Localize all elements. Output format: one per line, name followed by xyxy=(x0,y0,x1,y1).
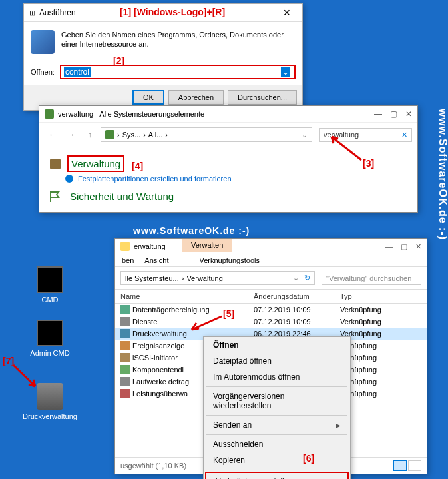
printer-icon xyxy=(37,383,63,410)
security-link[interactable]: Sicherheit und Wartung xyxy=(67,189,176,203)
ctx-copy[interactable]: Kopieren xyxy=(204,452,350,468)
cmd-icon xyxy=(37,320,63,346)
dropdown-icon[interactable]: ⌄ xyxy=(281,67,290,77)
run-description: Geben Sie den Namen eines Programms, Ord… xyxy=(61,30,296,54)
run-input[interactable]: control ⌄ xyxy=(60,65,296,79)
ctx-author-mode[interactable]: Im Autorenmodus öffnen xyxy=(204,369,350,385)
watermark-right: www.SoftwareOK.de :-) xyxy=(437,108,448,239)
ctx-cut[interactable]: Ausschneiden xyxy=(204,436,350,452)
col-date[interactable]: Änderungsdatum xyxy=(254,292,340,300)
ctx-open-path[interactable]: Dateipfad öffnen xyxy=(204,353,350,369)
svg-rect-3 xyxy=(120,305,130,314)
minimize-button[interactable]: — xyxy=(385,242,393,251)
maximize-button[interactable]: ▢ xyxy=(401,242,407,251)
cp-icon xyxy=(45,109,54,119)
cp-bc-icon xyxy=(105,130,114,139)
open-label: Öffnen: xyxy=(31,68,55,76)
cmd-icon xyxy=(37,266,63,293)
svg-rect-4 xyxy=(120,317,130,326)
view-details[interactable] xyxy=(393,460,407,471)
close-button[interactable]: ✕ xyxy=(415,242,421,251)
desktop-cmd[interactable]: CMD xyxy=(23,266,77,304)
svg-rect-8 xyxy=(120,365,130,374)
minimize-button[interactable]: — xyxy=(374,109,382,119)
forward-button[interactable]: → xyxy=(63,127,79,143)
ok-button[interactable]: OK xyxy=(132,90,164,105)
explorer-title: erwaltung xyxy=(134,242,166,250)
breadcrumb[interactable]: ›Sys...›All...› ⌄ xyxy=(101,127,312,142)
svg-rect-5 xyxy=(120,329,130,338)
run-icon-small: ⊞ xyxy=(29,9,35,17)
partition-link[interactable]: Festplattenpartitionen erstellen und for… xyxy=(65,174,408,183)
svg-rect-9 xyxy=(120,377,130,386)
folder-icon xyxy=(120,242,130,251)
svg-rect-1 xyxy=(50,159,61,169)
maximize-button[interactable]: ▢ xyxy=(390,109,397,119)
ctx-create-shortcut[interactable]: Verknüpfung erstellen xyxy=(205,472,349,479)
file-row[interactable]: Datenträgerbereinigung07.12.2019 10:09Ve… xyxy=(115,304,427,316)
run-icon xyxy=(31,30,55,54)
control-panel-window: verwaltung - Alle Systemsteuerungselemen… xyxy=(39,105,418,213)
desktop-druckverwaltung[interactable]: Druckverwaltung xyxy=(17,383,83,420)
search-input[interactable]: "Verwaltung" durchsuchen xyxy=(322,272,421,285)
ctx-previous-versions[interactable]: Vorgängerversionen wiederherstellen xyxy=(204,388,350,414)
cp-title: verwaltung - Alle Systemsteuerungselemen… xyxy=(58,110,204,118)
col-name[interactable]: Name xyxy=(120,292,254,300)
back-button[interactable]: ← xyxy=(45,127,61,143)
svg-rect-10 xyxy=(120,389,130,398)
run-dialog: ⊞ Ausführen ✕ Geben Sie den Namen eines … xyxy=(23,3,303,111)
annotation-7: [7] xyxy=(3,356,14,366)
ctx-open[interactable]: Öffnen xyxy=(204,337,350,353)
menu-link-tools[interactable]: Verknüpfungstools xyxy=(199,256,260,264)
close-button[interactable]: ✕ xyxy=(277,7,297,18)
cancel-button[interactable]: Abbrechen xyxy=(168,90,224,105)
svg-rect-6 xyxy=(120,341,130,350)
view-icons[interactable] xyxy=(408,460,421,471)
file-row[interactable]: Dienste07.12.2019 10:09Verknüpfung xyxy=(115,316,427,328)
breadcrumb[interactable]: lle Systemsteu...›Verwaltung ⌄ ↻ xyxy=(120,271,315,285)
watermark-center: www.SoftwareOK.de :-) xyxy=(133,225,250,236)
context-menu: Öffnen Dateipfad öffnen Im Autorenmodus … xyxy=(203,336,351,479)
svg-point-2 xyxy=(65,175,73,183)
ribbon-tab[interactable]: Verwalten xyxy=(182,239,232,252)
close-button[interactable]: ✕ xyxy=(405,109,412,119)
menu-view[interactable]: Ansicht xyxy=(144,256,168,264)
verwaltung-link[interactable]: Verwaltung xyxy=(67,155,124,172)
browse-button[interactable]: Durchsuchen... xyxy=(228,90,297,105)
tools-icon xyxy=(49,157,62,171)
svg-rect-7 xyxy=(120,353,130,362)
desktop-admin-cmd[interactable]: Admin CMD xyxy=(23,320,77,357)
search-input[interactable]: verwaltung ✕ xyxy=(319,128,412,142)
ctx-send-to[interactable]: Senden an▶ xyxy=(204,417,350,433)
col-type[interactable]: Typ xyxy=(340,292,421,300)
menu-tools[interactable]: ben xyxy=(122,256,134,264)
up-button[interactable]: ↑ xyxy=(82,127,98,143)
run-title: Ausführen xyxy=(39,8,76,17)
flag-icon xyxy=(49,190,62,203)
